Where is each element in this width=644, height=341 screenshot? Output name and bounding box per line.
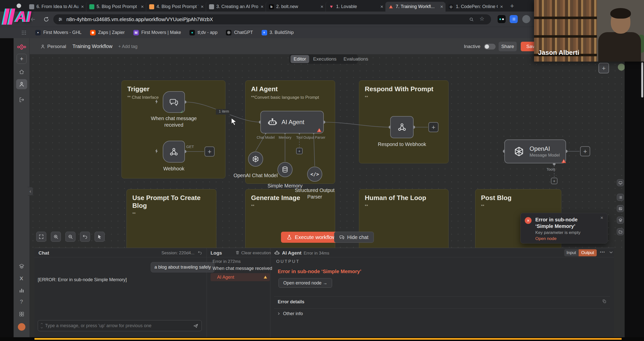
tab-close-icon[interactable]: ✕ [440,5,443,9]
tab-close-icon[interactable]: ✕ [500,5,503,9]
share-button[interactable]: Share [499,42,517,51]
other-info-toggle[interactable]: Other info [283,311,303,316]
reload-icon[interactable] [43,16,49,22]
tab-close-icon[interactable]: ✕ [200,5,204,9]
browser-tab-4[interactable]: 3. Creating an AI Pro...✕ [206,2,266,12]
bookmark-tldv[interactable]: tl;dv - app [189,30,217,35]
node-respond-webhook[interactable] [390,116,414,138]
active-toggle[interactable] [484,44,496,50]
log-row-ai-agent-error[interactable]: AI Agent [211,273,270,281]
panel-layers-icon[interactable] [617,217,624,224]
tab-search-icon[interactable] [17,4,21,8]
site-settings-icon[interactable] [58,17,63,22]
trash-icon[interactable] [235,250,240,255]
add-tool-button[interactable]: + [296,148,303,154]
user-avatar[interactable] [618,64,625,71]
sidebar-home-icon[interactable] [19,69,25,75]
add-node-button[interactable]: + [205,147,215,157]
hide-chat-button[interactable]: Hide chat [334,232,374,243]
tab-close-icon[interactable]: ✕ [81,5,84,9]
tab-close-icon[interactable]: ✕ [260,5,264,9]
sidebar-shared-icon[interactable] [19,97,25,103]
tab-close-icon[interactable]: ✕ [380,5,383,9]
panel-divider[interactable] [270,248,270,337]
canvas-add-button[interactable]: + [598,63,609,73]
bookmark-zapier[interactable]: ✱Zaps | Zapier [90,30,125,35]
add-node-button[interactable]: + [428,122,438,132]
bookmark-ghl[interactable]: •First Movers - GHL [35,30,82,35]
panel-image-icon[interactable] [617,205,624,212]
log-row-trigger[interactable]: When chat message received [211,265,270,272]
profile-icon[interactable] [522,15,530,23]
output-tab-active[interactable]: Output [579,249,597,256]
session-reset-icon[interactable] [197,250,202,255]
bookmark-buildship[interactable]: 3. BuildShip [262,30,294,35]
tab-close-icon[interactable]: ✕ [320,5,324,9]
browser-tab-8[interactable]: ◇1. CodePen: Online C...✕ [445,2,505,12]
selection-tool-button[interactable] [95,232,105,242]
zoom-in-button[interactable] [51,232,61,242]
add-node-button[interactable]: + [580,146,590,156]
chat-session-id[interactable]: Session: 220d4... [139,251,194,256]
tldv-extension-icon[interactable] [498,15,506,23]
extension-icon[interactable] [510,15,518,23]
tab-close-icon[interactable]: ✕ [141,5,144,9]
toast-open-node-link[interactable]: Open node [535,236,556,241]
panel-monitor-icon[interactable] [617,179,624,186]
chat-message-input[interactable] [45,321,191,331]
input-tab[interactable]: Input [564,249,578,256]
node-webhook[interactable] [163,141,185,163]
sidebar-user-avatar[interactable] [18,323,25,331]
sidebar-help-icon[interactable]: ? [20,299,23,305]
history-down-icon[interactable] [40,326,44,329]
execute-workflow-button[interactable]: Execute workflow [281,232,341,243]
expand-chevron-icon[interactable] [277,312,281,316]
tab-evaluations[interactable]: Evaluations [341,55,371,63]
bookmark-chatgpt[interactable]: ChatGPT [226,30,253,35]
sidebar-variables-icon[interactable]: X [20,275,23,281]
browser-tab-6[interactable]: ♥1. Lovable✕ [326,2,385,12]
browser-tab-7-active[interactable]: 7. Training Workfl...✕ [385,2,445,12]
add-tag-button[interactable]: + Add tag [118,44,138,49]
node-openai[interactable]: OpenAI Message Model [504,139,566,163]
address-bar[interactable]: n8n-4yhbm-u34685.vm.elestio.app/workflow… [53,14,491,24]
bookmark-make[interactable]: MFirst Movers | Make [133,30,181,35]
history-up-icon[interactable] [40,322,44,325]
add-tool-button[interactable]: + [551,178,557,184]
clear-execution-button[interactable]: Clear execution [241,251,271,256]
sidebar-collapse-handle[interactable]: ‹ [28,187,33,196]
bookmark-star-icon[interactable]: ☆ [479,16,485,22]
apps-grid-icon[interactable] [21,30,27,35]
page-scrollbar[interactable] [641,62,643,98]
node-ai-agent[interactable]: AI Agent [260,111,324,133]
sidebar-templates-icon[interactable] [19,263,25,269]
browser-tab-5[interactable]: b2. bolt.new✕ [266,2,326,12]
node-output-parser[interactable]: </> [307,167,322,182]
new-tab-button[interactable]: + [510,2,514,10]
sidebar-insights-icon[interactable] [19,287,25,294]
workflow-canvas[interactable]: Trigger ** Chat Interface AI Agent **Con… [30,55,625,248]
panel-list-icon[interactable] [617,194,624,201]
node-simple-memory[interactable] [277,162,293,177]
workflow-title[interactable]: Training Workflow [72,43,112,49]
tab-executions[interactable]: Executions [310,55,340,63]
undo-button[interactable] [80,232,90,242]
open-errored-node-button[interactable]: Open errored node → [278,278,332,288]
sidebar-personal-active[interactable] [16,79,27,89]
browser-tab-1[interactable]: 6. From Idea to AI Au...✕ [26,2,86,12]
zoom-out-button[interactable] [65,232,75,242]
more-options-icon[interactable]: ••• [600,250,605,254]
panel-divider[interactable] [207,248,207,337]
browser-tab-2[interactable]: 5. Blog Post Prompt G...✕ [86,2,146,12]
panel-folder-icon[interactable] [617,228,624,235]
browser-tab-3[interactable]: 4. Blog Post Prompt W...✕ [146,2,206,12]
send-icon[interactable] [193,323,198,329]
zoom-fit-button[interactable] [36,232,46,242]
sidebar-add-workflow-button[interactable]: + [17,54,27,64]
node-openai-chat-model[interactable] [248,152,263,167]
project-name[interactable]: Personal [47,44,66,49]
video-progress-bar[interactable] [34,338,622,340]
search-icon[interactable] [469,17,474,22]
toast-close-icon[interactable]: ✕ [600,216,603,220]
error-details-label[interactable]: Error details [278,299,304,305]
